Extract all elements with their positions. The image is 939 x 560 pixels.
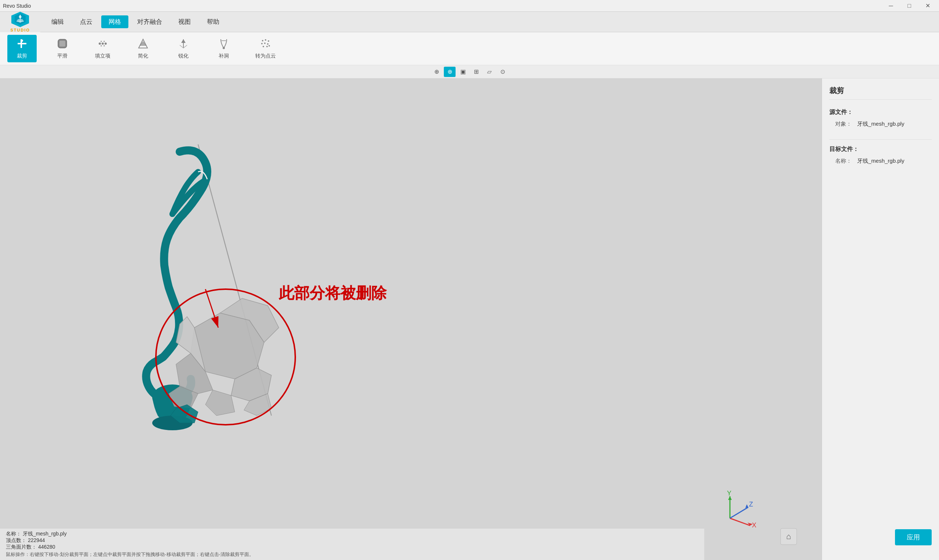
panel-title: 裁剪 (830, 86, 932, 100)
target-name-value: 牙线_mesh_rgb.ply (857, 158, 904, 165)
menu-view[interactable]: 视图 (171, 15, 198, 28)
fillhole-svg (218, 38, 230, 49)
menu-area: STUdIo 编辑 点云 网格 对齐融合 视图 帮助 (0, 12, 939, 32)
name-label: 名称： (6, 531, 21, 537)
svg-point-18 (262, 40, 264, 42)
svg-rect-27 (0, 78, 822, 560)
target-name-key: 名称： (835, 158, 857, 165)
source-object-field: 对象： 牙线_mesh_rgb.ply (830, 121, 932, 128)
tool-fill[interactable]: 填立项 (88, 35, 117, 62)
tool-tocloud[interactable]: 转为点云 (250, 35, 282, 62)
svg-point-19 (265, 39, 266, 41)
tool-smooth[interactable]: 平滑 (48, 35, 77, 62)
maximize-button[interactable]: □ (901, 0, 918, 12)
logo-svg (14, 12, 27, 26)
target-name-field: 名称： 牙线_mesh_rgb.ply (830, 158, 932, 165)
tool-clip[interactable]: 裁剪 (7, 35, 37, 62)
title-bar: Revo Studio ─ □ ✕ (0, 0, 939, 12)
fill-svg (97, 38, 109, 49)
smooth-svg (57, 38, 68, 49)
menu-align[interactable]: 对齐融合 (130, 15, 170, 28)
smooth-icon (57, 38, 68, 51)
vertices-value: 222944 (28, 537, 45, 543)
tool-fillhole[interactable]: 补洞 (209, 35, 238, 62)
clip-label: 裁剪 (17, 53, 27, 59)
smooth-label: 平滑 (57, 53, 68, 59)
sharpen-label: 锐化 (178, 53, 188, 59)
simplify-icon (137, 38, 149, 51)
annotation-text: 此部分将被删除 (278, 285, 387, 302)
svg-point-15 (100, 45, 102, 46)
svg-point-21 (261, 43, 263, 45)
logo-label: STUdIo (10, 28, 30, 32)
panel-divider (830, 139, 932, 140)
svg-text:Y: Y (727, 490, 731, 497)
menu-help[interactable]: 帮助 (199, 15, 227, 28)
svg-rect-9 (59, 41, 65, 46)
sharpen-svg (177, 38, 189, 49)
svg-point-25 (266, 46, 268, 47)
svg-point-13 (100, 41, 102, 42)
view-add-btn[interactable]: ⊕ (431, 67, 443, 77)
viewport[interactable]: 此部分将被删除 X Y Z ⌂ (0, 78, 822, 560)
source-object-value: 牙线_mesh_rgb.ply (857, 121, 904, 128)
viewport-svg: 此部分将被删除 X Y Z ⌂ (0, 78, 822, 560)
vertices-label: 顶点数： (6, 537, 26, 543)
view-controls: ⊕ ⊕ ▣ ⊞ ▱ ⊙ (0, 65, 939, 78)
home-btn-group[interactable]: ⌂ (780, 528, 797, 545)
fillhole-icon (218, 38, 230, 51)
svg-point-24 (263, 46, 264, 47)
tool-simplify[interactable]: 简化 (128, 35, 158, 62)
apply-button[interactable]: 应用 (895, 529, 932, 545)
name-value: 牙线_mesh_rgb.ply (23, 531, 67, 537)
fill-icon (97, 38, 109, 51)
title-bar-controls: ─ □ ✕ (882, 0, 936, 12)
tocloud-icon (260, 38, 271, 51)
menu-edit[interactable]: 编辑 (44, 15, 71, 28)
menu-pointcloud[interactable]: 点云 (72, 15, 100, 28)
svg-text:⌂: ⌂ (786, 532, 791, 541)
view-box-btn[interactable]: ▣ (457, 67, 469, 77)
svg-point-23 (267, 43, 268, 45)
logo-icon (10, 12, 31, 27)
status-bar: 名称： 牙线_mesh_rgb.ply 顶点数： 222944 三角面片数： 4… (0, 528, 704, 560)
tool-sharpen[interactable]: 锐化 (169, 35, 198, 62)
svg-point-10 (99, 43, 101, 45)
faces-value: 446280 (38, 544, 56, 550)
svg-point-16 (103, 45, 105, 46)
fillhole-label: 补洞 (219, 53, 229, 59)
clip-svg (16, 38, 28, 49)
menu-bar: 编辑 点云 网格 对齐融合 视图 帮助 (40, 12, 939, 32)
simplify-label: 简化 (138, 53, 148, 59)
view-select-btn[interactable]: ⊙ (496, 67, 508, 77)
svg-point-17 (223, 47, 225, 49)
svg-point-14 (103, 41, 105, 42)
svg-text:X: X (752, 522, 756, 529)
tocloud-label: 转为点云 (255, 53, 276, 59)
tocloud-svg (260, 38, 271, 49)
svg-point-20 (268, 40, 269, 42)
svg-point-12 (105, 43, 107, 45)
source-label: 源文件： (830, 108, 932, 116)
target-label: 目标文件： (830, 146, 932, 153)
toolbar: 裁剪 平滑 填立项 (0, 32, 939, 65)
svg-text:Z: Z (749, 501, 753, 508)
fill-label: 填立项 (95, 53, 110, 59)
view-nav-btn[interactable]: ⊕ (444, 67, 456, 77)
clip-icon (16, 38, 28, 51)
app-title: Revo Studio (3, 3, 31, 9)
svg-point-22 (264, 43, 265, 44)
svg-point-7 (21, 40, 23, 42)
right-panel: 裁剪 源文件： 对象： 牙线_mesh_rgb.ply 目标文件： 名称： 牙线… (822, 78, 939, 560)
close-button[interactable]: ✕ (919, 0, 936, 12)
logo-area: STUdIo (0, 12, 40, 32)
minimize-button[interactable]: ─ (882, 0, 899, 12)
tip-text: 鼠标操作：右键按下移动-划分裁剪平面；左键点中裁剪平面并按下拖拽移动-移动裁剪平… (6, 552, 254, 557)
svg-point-11 (102, 43, 104, 45)
menu-mesh[interactable]: 网格 (101, 15, 128, 28)
view-grid-btn[interactable]: ⊞ (470, 67, 482, 77)
view-frame-btn[interactable]: ▱ (483, 67, 495, 77)
title-bar-left: Revo Studio (3, 3, 31, 9)
faces-label: 三角面片数： (6, 544, 37, 550)
simplify-svg (137, 38, 149, 49)
